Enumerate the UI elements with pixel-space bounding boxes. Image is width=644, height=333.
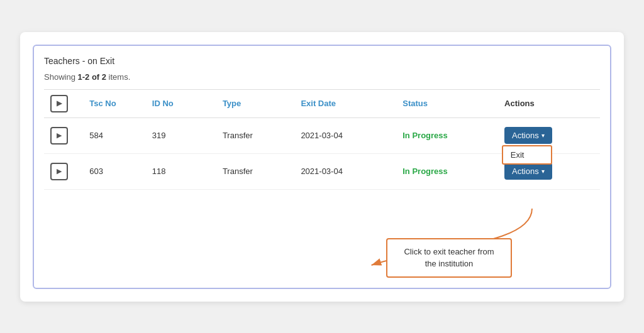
col-header-exit-date: Exit Date: [294, 89, 396, 117]
row1-dropdown-menu: Exit: [502, 145, 552, 165]
col-header-id: ID No: [146, 89, 216, 117]
row1-actions-label: Actions: [512, 131, 539, 140]
row2-dropdown-container: Actions ▾: [504, 163, 552, 180]
row2-status: In Progress: [396, 153, 498, 189]
row1-actions-button[interactable]: Actions ▾: [504, 127, 552, 144]
col-header-actions: Actions: [498, 89, 600, 117]
teachers-table: Tsc No ID No Type Exit Date Status Actio…: [44, 89, 600, 190]
row2-caret-icon: ▾: [541, 168, 545, 175]
row2-tsc: 603: [83, 153, 146, 189]
card-title: Teachers - on Exit: [44, 56, 600, 66]
teachers-card: Teachers - on Exit Showing 1-2 of 2 item…: [33, 45, 611, 289]
annotation-container: Click to exit teacher fromthe institutio…: [44, 196, 600, 278]
col-header-type: Type: [216, 89, 295, 117]
row1-exit-item[interactable]: Exit: [503, 146, 551, 163]
row2-actions-button[interactable]: Actions ▾: [504, 163, 552, 180]
row1-status: In Progress: [396, 117, 498, 153]
row1-checkbox-cell: [44, 117, 83, 153]
col-header-checkbox: [44, 89, 83, 117]
showing-info: Showing 1-2 of 2 items.: [44, 72, 600, 82]
row1-dropdown-container: Actions ▾ Exit: [504, 127, 552, 144]
showing-count: 1-2 of 2: [77, 72, 106, 82]
tooltip-box: Click to exit teacher fromthe institutio…: [386, 238, 512, 278]
row1-actions-cell: Actions ▾ Exit: [498, 117, 600, 153]
row1-exit-date: 2021-03-04: [294, 117, 396, 153]
row1-status-badge: In Progress: [402, 131, 448, 140]
col-header-status: Status: [396, 89, 498, 117]
showing-prefix: Showing: [44, 72, 77, 82]
row1-tsc: 584: [83, 117, 146, 153]
header-play-icon[interactable]: [50, 95, 68, 112]
tooltip-text: Click to exit teacher fromthe institutio…: [404, 247, 494, 269]
col-header-tsc: Tsc No: [83, 89, 146, 117]
row2-actions-label: Actions: [512, 166, 539, 176]
row2-exit-date: 2021-03-04: [294, 153, 396, 189]
row2-status-badge: In Progress: [402, 166, 448, 176]
table-header-row: Tsc No ID No Type Exit Date Status Actio…: [44, 89, 600, 117]
row2-type: Transfer: [216, 153, 295, 189]
row1-type: Transfer: [216, 117, 295, 153]
row1-id: 319: [146, 117, 216, 153]
row2-play-icon[interactable]: [50, 163, 68, 180]
outer-wrapper: Teachers - on Exit Showing 1-2 of 2 item…: [20, 32, 624, 302]
arrow-svg: [44, 196, 600, 278]
table-row: 584 319 Transfer 2021-03-04 In Progress …: [44, 117, 600, 153]
showing-suffix: items.: [106, 72, 130, 82]
row2-id: 118: [146, 153, 216, 189]
row2-checkbox-cell: [44, 153, 83, 189]
row1-caret-icon: ▾: [541, 132, 545, 139]
row1-play-icon[interactable]: [50, 127, 68, 145]
